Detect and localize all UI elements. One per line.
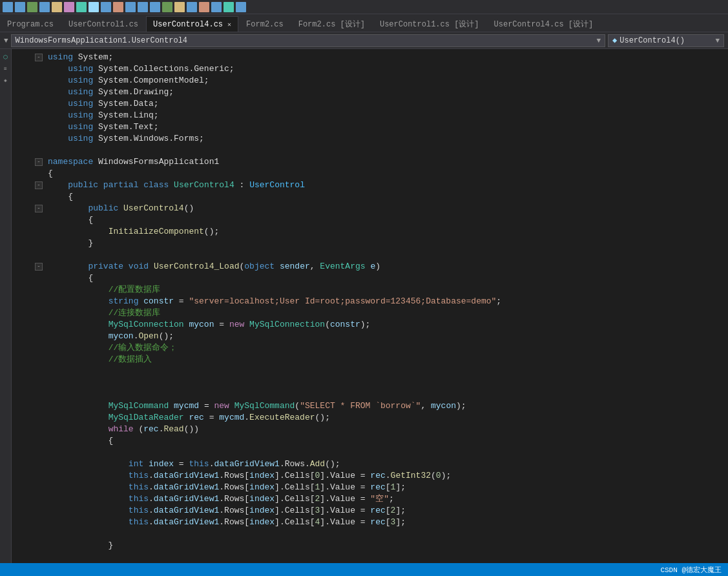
status-bar: CSDN @德宏大魔王 (0, 563, 728, 576)
collapse-btn-load[interactable]: - (35, 263, 43, 271)
svg-rect-5 (64, 2, 74, 12)
nav-path-text: WindowsFormsApplication1.UserControl4 (16, 36, 187, 45)
nav-method-dropdown-icon[interactable]: ▼ (715, 37, 720, 45)
code-line-load-method: - private void UserControl4_Load(object … (12, 261, 728, 273)
tab-usercontrol4-design[interactable]: UserControl4.cs [设计] (487, 16, 601, 32)
svg-rect-6 (76, 2, 87, 12)
toolbar-icon-11[interactable] (125, 2, 136, 12)
code-line-mycon-open: mycon.Open(); (12, 331, 728, 342)
sidebar-icon-3[interactable]: ◈ (1, 75, 11, 85)
code-line-while-open: { (12, 435, 728, 447)
toolbar-icon-13[interactable] (150, 2, 160, 12)
code-line-cell3: this.dataGridView1.Rows[index].Cells[3].… (12, 505, 728, 517)
toolbar-icon-1[interactable] (3, 2, 13, 12)
tab-label: Form2.cs [设计] (298, 19, 365, 30)
toolbar-icon-17[interactable] (199, 2, 209, 12)
svg-rect-10 (125, 2, 136, 12)
tab-program-cs[interactable]: Program.cs (0, 16, 61, 32)
toolbar-icon-4[interactable] (39, 2, 50, 12)
code-editor[interactable]: - using System; using System.Collections… (12, 49, 728, 563)
code-line-6: using System.Linq; (12, 110, 728, 121)
svg-rect-16 (199, 2, 209, 12)
code-line-comment-conn: //连接数据库 (12, 307, 728, 319)
code-line-load-open: { (12, 273, 728, 284)
svg-rect-12 (150, 2, 160, 12)
toolbar-icon-2[interactable] (15, 2, 25, 12)
tab-label: UserControl4.cs (153, 20, 223, 29)
toolbar-icon-20[interactable] (236, 2, 246, 12)
toolbar-icon-3[interactable] (27, 2, 37, 12)
code-line-comment-input: //输入数据命令； (12, 342, 728, 354)
code-line-2: using System.Collections.Generic; (12, 63, 728, 75)
svg-rect-3 (39, 2, 50, 12)
svg-rect-13 (162, 2, 172, 12)
collapse-btn-class[interactable]: - (35, 181, 43, 189)
tab-usercontrol4-cs[interactable]: UserControl4.cs ✕ (146, 16, 238, 32)
code-line-3: using System.ComponentModel; (12, 75, 728, 87)
close-tab-button[interactable]: ✕ (227, 21, 231, 28)
code-line-comment-config: //配置数据库 (12, 284, 728, 296)
toolbar (0, 0, 728, 14)
toolbar-icon-12[interactable] (138, 2, 148, 12)
nav-bar: ▼ WindowsFormsApplication1.UserControl4 … (0, 32, 728, 49)
code-line-7: using System.Text; (12, 121, 728, 133)
svg-rect-17 (211, 2, 222, 12)
code-line-mycmd: MySqlCommand mycmd = new MySqlCommand("S… (12, 400, 728, 412)
code-line-5: using System.Data; (12, 98, 728, 110)
tab-label: UserControl4.cs [设计] (494, 19, 594, 30)
sidebar-icon-2[interactable]: ≡ (1, 63, 11, 74)
nav-path-dropdown-icon[interactable]: ▼ (596, 37, 601, 45)
collapse-btn-ctor[interactable]: - (35, 205, 43, 212)
svg-rect-11 (138, 2, 148, 12)
code-line-blank4 (12, 377, 728, 389)
toolbar-icon-15[interactable] (174, 2, 185, 12)
tab-usercontrol1-cs[interactable]: UserControl1.cs (61, 16, 145, 32)
toolbar-icon-19[interactable] (224, 2, 234, 12)
code-line-ns-open: { (12, 168, 728, 180)
collapse-btn-namespace[interactable]: - (35, 158, 43, 166)
tab-bar: Program.cs UserControl1.cs UserControl4.… (0, 14, 728, 32)
toolbar-icon-9[interactable] (101, 2, 111, 12)
svg-rect-8 (101, 2, 111, 12)
svg-rect-9 (113, 2, 123, 12)
code-line-constr: string constr = "server=localhost;User I… (12, 296, 728, 307)
svg-rect-2 (27, 2, 37, 12)
tab-usercontrol1-design[interactable]: UserControl1.cs [设计] (373, 16, 486, 32)
code-line-blank5 (12, 389, 728, 400)
code-line-while: while (rec.Read()) (12, 424, 728, 435)
toolbar-icon-16[interactable] (187, 2, 197, 12)
toolbar-icon-7[interactable] (76, 2, 87, 12)
nav-method[interactable]: ◆ UserControl4() ▼ (608, 34, 724, 47)
svg-rect-19 (236, 2, 246, 12)
svg-rect-18 (224, 2, 234, 12)
toolbar-icon-18[interactable] (211, 2, 222, 12)
code-line-blank7 (12, 528, 728, 540)
toolbar-icon-8[interactable] (88, 2, 99, 12)
tab-label: UserControl1.cs [设计] (380, 19, 479, 30)
code-line-cell1: this.dataGridView1.Rows[index].Cells[1].… (12, 482, 728, 493)
nav-path[interactable]: WindowsFormsApplication1.UserControl4 ▼ (11, 34, 605, 47)
sidebar-icon-1[interactable]: ⬡ (1, 52, 11, 62)
code-line-cell4: this.dataGridView1.Rows[index].Cells[4].… (12, 517, 728, 528)
code-line-ctor-open: { (12, 214, 728, 226)
tab-form2-cs[interactable]: Form2.cs (239, 16, 291, 32)
code-line-8: using System.Windows.Forms; (12, 133, 728, 145)
code-line-init: InitializeComponent(); (12, 226, 728, 238)
toolbar-icon-5[interactable] (52, 2, 62, 12)
code-line-cell2: this.dataGridView1.Rows[index].Cells[2].… (12, 493, 728, 505)
code-line-class-open: { (12, 191, 728, 203)
svg-rect-0 (3, 2, 13, 12)
svg-rect-15 (187, 2, 197, 12)
svg-rect-14 (174, 2, 185, 12)
code-line-class: - public partial class UserControl4 : Us… (12, 180, 728, 191)
code-line-4: using System.Drawing; (12, 87, 728, 98)
nav-method-icon: ◆ (612, 36, 617, 45)
toolbar-icon-10[interactable] (113, 2, 123, 12)
toolbar-icon-6[interactable] (64, 2, 74, 12)
nav-arrow-left[interactable]: ▼ (4, 37, 8, 45)
collapse-btn-using[interactable]: - (35, 54, 43, 61)
nav-method-text: UserControl4() (619, 36, 685, 45)
tab-form2-design[interactable]: Form2.cs [设计] (291, 16, 372, 32)
tab-label: UserControl1.cs (68, 20, 138, 29)
toolbar-icon-14[interactable] (162, 2, 172, 12)
